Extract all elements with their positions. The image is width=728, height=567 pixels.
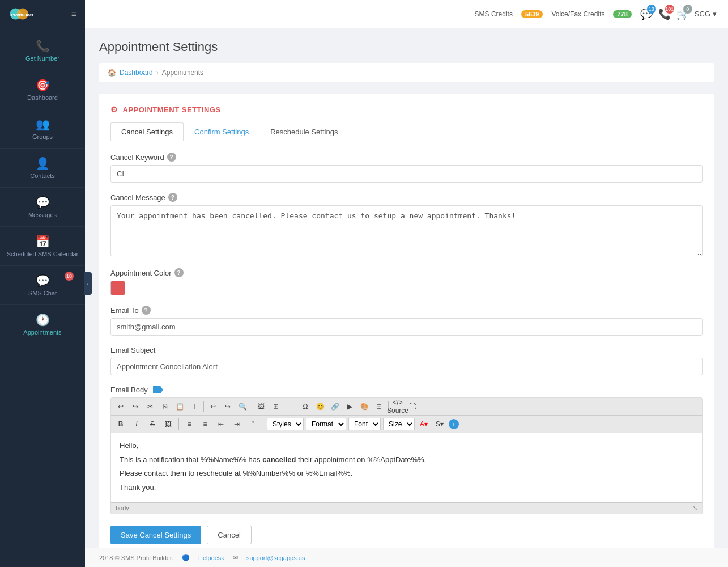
insert-link-button[interactable]: 🔗 bbox=[328, 400, 342, 413]
settings-tabs: Cancel Settings Confirm Settings Resched… bbox=[110, 122, 703, 141]
strikethrough-button[interactable]: S bbox=[146, 418, 159, 430]
toolbar-sep-2 bbox=[252, 401, 252, 412]
undo2-button[interactable]: ↩ bbox=[206, 400, 220, 413]
paste-button[interactable]: 📋 bbox=[173, 400, 186, 413]
editor-body[interactable]: Hello, This is a notification that %%Nam… bbox=[111, 433, 702, 502]
footer-support-email[interactable]: support@scgapps.us bbox=[246, 555, 305, 561]
redo-button[interactable]: ↪ bbox=[129, 400, 142, 413]
cancel-message-group: Cancel Message ? Your appointment has be… bbox=[110, 193, 703, 258]
source-button[interactable]: </> Source bbox=[391, 400, 405, 413]
footer-copyright: 2018 © SMS Profit Builder. bbox=[99, 555, 173, 561]
editor-path: body bbox=[116, 505, 129, 512]
footer-helpdesk-link[interactable]: Helpdesk bbox=[198, 555, 224, 561]
cart-badge: 0 bbox=[683, 5, 692, 14]
hamburger-icon[interactable]: ≡ bbox=[71, 9, 76, 19]
email-to-label: Email To ? bbox=[110, 306, 703, 315]
ordered-list-button[interactable]: ≡ bbox=[182, 418, 196, 430]
sidebar-item-dashboard[interactable]: 🎯 Dashboard bbox=[0, 70, 85, 109]
messages-badge: 18 bbox=[647, 5, 656, 14]
insert-table-button[interactable]: ⊞ bbox=[269, 400, 283, 413]
insert-table2-button[interactable]: ⊟ bbox=[372, 400, 386, 413]
format-select[interactable]: Format bbox=[306, 418, 346, 430]
email-body-label: Email Body bbox=[110, 386, 703, 394]
editor-line-notification: This is a notification that %%Name%% has… bbox=[120, 454, 693, 466]
breadcrumb-dashboard[interactable]: Dashboard bbox=[120, 69, 153, 77]
user-label: SCG bbox=[695, 10, 710, 18]
copy-button[interactable]: ⎘ bbox=[158, 400, 172, 413]
home-icon: 🏠 bbox=[108, 69, 116, 77]
gear-icon: ⚙ bbox=[110, 105, 118, 114]
image-inline-button[interactable]: 🖼 bbox=[161, 418, 175, 430]
sidebar-item-get-number[interactable]: 📞 Get Number bbox=[0, 31, 85, 70]
appointment-color-help-icon[interactable]: ? bbox=[174, 268, 184, 277]
italic-button[interactable]: I bbox=[130, 418, 143, 430]
insert-special-button[interactable]: Ω bbox=[299, 400, 312, 413]
sidebar-item-contacts[interactable]: 👤 Contacts bbox=[0, 149, 85, 188]
action-buttons: Save Cancel Settings Cancel bbox=[110, 526, 703, 544]
user-menu-button[interactable]: SCG ▾ bbox=[695, 10, 717, 18]
insert-smiley-button[interactable]: 😊 bbox=[313, 400, 327, 413]
sidebar-label-get-number: Get Number bbox=[25, 55, 59, 62]
font-select[interactable]: Font bbox=[348, 418, 381, 430]
topbar-icons: 💬 18 📞 101 🛒 0 SCG ▾ bbox=[640, 8, 717, 20]
email-body-editor: ↩ ↪ ✂ ⎘ 📋 T ↩ ↪ 🔍 🖼 ⊞ — Ω bbox=[110, 397, 703, 514]
outdent-button[interactable]: ⇤ bbox=[214, 418, 228, 430]
sms-credits-value: 5639 bbox=[521, 10, 543, 18]
bold-button[interactable]: B bbox=[114, 418, 127, 430]
cut-button[interactable]: ✂ bbox=[143, 400, 157, 413]
insert-hr-button[interactable]: — bbox=[284, 400, 297, 413]
cancel-keyword-help-icon[interactable]: ? bbox=[167, 153, 176, 162]
insert-color-button[interactable]: 🎨 bbox=[357, 400, 371, 413]
email-to-group: Email To ? bbox=[110, 306, 703, 336]
credits-info: SMS Credits 5639 Voice/Fax Credits 778 bbox=[475, 10, 632, 18]
blockquote-button[interactable]: " bbox=[246, 418, 259, 430]
sidebar-label-dashboard: Dashboard bbox=[27, 94, 58, 101]
unordered-list-button[interactable]: ≡ bbox=[198, 418, 212, 430]
tab-cancel[interactable]: Cancel Settings bbox=[110, 122, 184, 141]
footer-email-icon: ✉ bbox=[233, 554, 238, 561]
save-cancel-settings-button[interactable]: Save Cancel Settings bbox=[110, 526, 201, 544]
tab-reschedule[interactable]: Reschedule Settings bbox=[259, 122, 348, 141]
cancel-button[interactable]: Cancel bbox=[207, 526, 251, 544]
phone-button[interactable]: 📞 101 bbox=[658, 8, 671, 20]
sidebar-item-groups[interactable]: 👥 Groups bbox=[0, 109, 85, 149]
tab-confirm[interactable]: Confirm Settings bbox=[184, 122, 259, 141]
cancel-message-textarea[interactable]: Your appointment has been cancelled. Ple… bbox=[110, 205, 703, 256]
sms-chat-badge: 18 bbox=[65, 272, 74, 281]
breadcrumb-separator: › bbox=[156, 69, 159, 77]
insert-image-button[interactable]: 🖼 bbox=[254, 400, 268, 413]
paste-text-button[interactable]: T bbox=[188, 400, 201, 413]
find-button[interactable]: 🔍 bbox=[236, 400, 249, 413]
sidebar-item-messages[interactable]: 💬 Messages bbox=[0, 188, 85, 227]
toolbar-sep-5 bbox=[263, 418, 263, 430]
phone-badge: 101 bbox=[665, 5, 674, 14]
email-to-input[interactable] bbox=[110, 318, 703, 336]
insert-video-button[interactable]: ▶ bbox=[343, 400, 356, 413]
info-button[interactable]: i bbox=[449, 419, 459, 429]
sms-credits-label: SMS Credits bbox=[475, 10, 513, 18]
cancel-keyword-input[interactable] bbox=[110, 165, 703, 183]
styles-select[interactable]: Styles bbox=[267, 418, 304, 430]
cancel-message-help-icon[interactable]: ? bbox=[168, 193, 177, 202]
email-subject-label: Email Subject bbox=[110, 346, 703, 354]
messages-button[interactable]: 💬 18 bbox=[640, 8, 653, 20]
undo-button[interactable]: ↩ bbox=[114, 400, 127, 413]
sidebar-item-sms-chat[interactable]: 💬 SMS Chat 18 bbox=[0, 266, 85, 305]
content-area: Appointment Settings 🏠 Dashboard › Appoi… bbox=[85, 28, 728, 548]
bg-color-button[interactable]: S▾ bbox=[433, 418, 446, 430]
section-title: ⚙ APPOINTMENT SETTINGS bbox=[110, 105, 703, 114]
font-color-button[interactable]: A▾ bbox=[417, 418, 431, 430]
footer-helpdesk-icon: 🔵 bbox=[182, 554, 190, 561]
groups-icon: 👥 bbox=[36, 117, 50, 131]
sidebar-item-appointments[interactable]: 🕐 Appointments bbox=[0, 305, 85, 344]
cart-button[interactable]: 🛒 0 bbox=[676, 8, 689, 20]
fullscreen-button[interactable]: ⛶ bbox=[406, 400, 419, 413]
color-swatch[interactable] bbox=[110, 281, 125, 295]
sidebar-collapse-button[interactable]: ‹ bbox=[84, 272, 92, 295]
email-subject-input[interactable] bbox=[110, 358, 703, 375]
email-to-help-icon[interactable]: ? bbox=[142, 306, 151, 315]
size-select[interactable]: Size bbox=[383, 418, 415, 430]
sidebar-item-scheduled-sms[interactable]: 📅 Scheduled SMS Calendar bbox=[0, 227, 85, 266]
redo2-button[interactable]: ↪ bbox=[221, 400, 235, 413]
indent-button[interactable]: ⇥ bbox=[230, 418, 244, 430]
